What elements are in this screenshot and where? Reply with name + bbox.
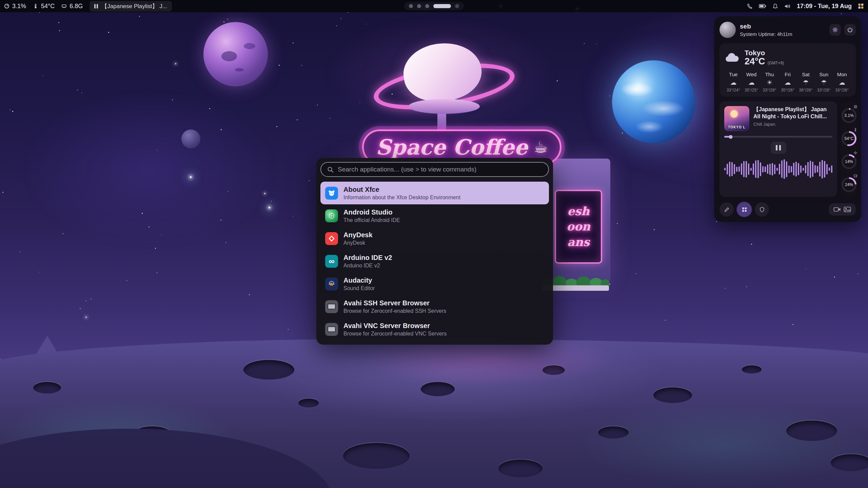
star [10, 109, 11, 110]
result-desc: Information about the Xfce Desktop Envir… [343, 195, 460, 201]
workspace-dot[interactable] [425, 4, 429, 8]
result-desc: Browse for Zeroconf-enabled SSH Servers [343, 308, 446, 314]
star [220, 220, 221, 221]
crater [653, 387, 692, 403]
weather-icon: ☂ [803, 79, 809, 86]
star [725, 288, 726, 289]
star [792, 324, 793, 325]
result-arduino[interactable]: ∞ Arduino IDE v2Arduino IDE v2 [320, 250, 549, 272]
user-section: seb System Uptime: 4h11m [719, 22, 856, 38]
star [62, 233, 63, 234]
server-browser-icon [325, 300, 338, 313]
crater [498, 460, 542, 477]
star [609, 96, 610, 96]
star [2, 192, 3, 193]
settings-button[interactable] [829, 24, 841, 36]
search-bar[interactable] [320, 162, 549, 177]
screenshot-button[interactable] [844, 206, 851, 213]
star [293, 216, 293, 217]
result-avahi-vnc[interactable]: Avahi VNC Server BrowserBrowse for Zeroc… [320, 318, 549, 341]
apps-grid-icon[interactable] [858, 3, 864, 9]
topbar-music-widget[interactable]: 【Japanese Playlist】 J... [90, 1, 172, 12]
apps-button[interactable] [737, 202, 751, 217]
weather-icon: ☁ [839, 79, 845, 86]
cpu-gauge-icon [4, 3, 9, 9]
result-avahi-ssh[interactable]: Avahi SSH Server BrowserBrowse for Zeroc… [320, 295, 549, 318]
gauge-value: 3.1% [843, 110, 855, 121]
result-anydesk[interactable]: AnyDeskAnyDesk [320, 227, 549, 250]
weather-timezone: (GMT+9) [768, 61, 784, 65]
uptime-label: System Uptime: 4h11m [740, 31, 792, 37]
workspace-active-pill[interactable] [433, 4, 451, 8]
memory-icon [61, 3, 67, 9]
star [301, 65, 302, 66]
workspace-dot[interactable] [417, 4, 421, 8]
star [58, 22, 59, 23]
star [317, 105, 318, 105]
play-pause-button[interactable] [771, 142, 786, 154]
star [12, 111, 13, 112]
result-title: Arduino IDE v2 [343, 254, 392, 262]
track-subtitle: Chill Japan. [753, 122, 832, 127]
screen-record-button[interactable] [833, 206, 841, 213]
forecast-day: Fri☁35°/26° [778, 72, 796, 93]
star [221, 129, 222, 130]
forecast-day: Tue☁33°/24° [724, 72, 742, 93]
star [264, 193, 265, 194]
star [330, 118, 330, 119]
result-audacity[interactable]: AudacitySound Editor [320, 272, 549, 295]
star [654, 229, 655, 230]
weather-icon: ☁ [784, 79, 791, 86]
sidebar-toolbar [719, 202, 856, 217]
star [227, 19, 228, 20]
sparkle [190, 176, 192, 178]
shield-button[interactable] [755, 202, 769, 217]
weather-city: Tokyo [745, 49, 784, 57]
star [596, 43, 597, 44]
star [157, 272, 157, 273]
power-button[interactable] [844, 24, 856, 36]
window-neon-text: esh [567, 205, 590, 218]
pause-icon [94, 4, 98, 8]
crater [786, 421, 837, 441]
bell-icon[interactable] [772, 3, 778, 9]
memory-indicator[interactable]: 6.8G [61, 3, 83, 10]
search-input[interactable] [338, 166, 542, 173]
sparkle [269, 207, 270, 208]
result-desc: Arduino IDE v2 [343, 263, 392, 269]
star [276, 126, 277, 127]
music-player-widget: TOKYO L 【Japanese Playlist】 Japan All Ni… [719, 101, 837, 197]
result-title: Android Studio [343, 208, 400, 216]
purple-planet [203, 22, 268, 86]
star [80, 308, 81, 309]
temperature-gauge: 54°C [841, 128, 857, 147]
workspace-dot[interactable] [455, 4, 459, 8]
star [297, 119, 298, 120]
forecast-day: Wed☁35°/25° [742, 72, 760, 93]
star [249, 294, 250, 295]
thermometer-icon [33, 3, 38, 9]
cpu-indicator[interactable]: 3.1% [4, 3, 26, 10]
forecast-day: Thu☀33°/26° [761, 72, 778, 93]
volume-icon[interactable] [784, 3, 791, 9]
star [348, 12, 348, 13]
edit-button[interactable] [719, 202, 734, 217]
star [716, 221, 717, 222]
result-about-xfce[interactable]: About XfceInformation about the Xfce Des… [320, 182, 549, 204]
workspace-dot[interactable] [409, 4, 413, 8]
phone-icon[interactable] [747, 3, 753, 9]
crater [598, 426, 629, 439]
battery-icon[interactable] [759, 3, 766, 9]
crater [298, 399, 319, 407]
star [142, 213, 143, 214]
star [617, 223, 618, 224]
star [223, 21, 224, 22]
clock[interactable]: 17:09 - Tue, 19 Aug [797, 3, 852, 10]
star [225, 242, 226, 243]
forecast-day: Sun☂33°/26° [815, 72, 833, 93]
star [91, 299, 92, 299]
gauge-value: 14% [843, 156, 855, 167]
track-progress-bar[interactable] [724, 136, 832, 138]
temp-indicator[interactable]: 54°C [33, 3, 55, 10]
result-android-studio[interactable]: Android StudioThe official Android IDE [320, 204, 549, 227]
